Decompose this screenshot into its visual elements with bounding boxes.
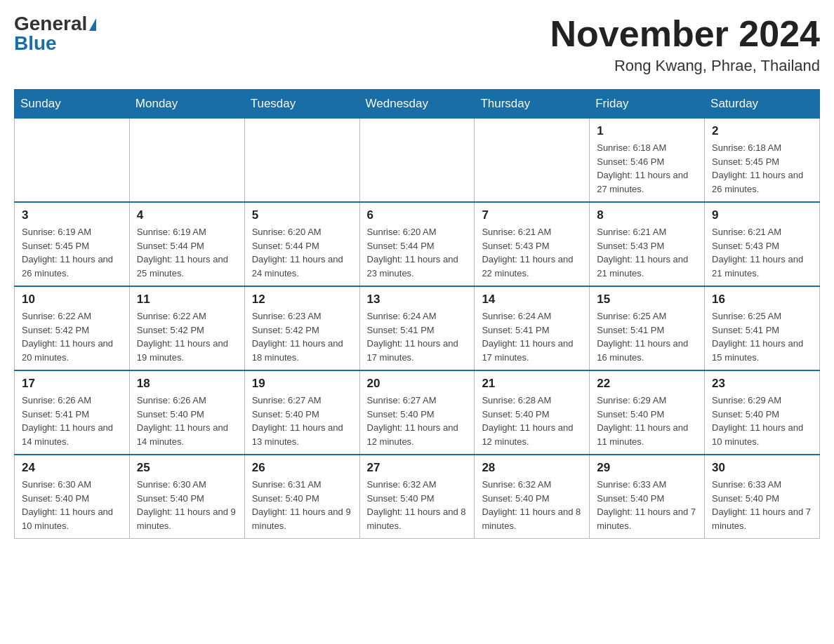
day-info: Sunrise: 6:27 AMSunset: 5:40 PMDaylight:… [252,394,352,448]
day-number: 3 [22,208,122,222]
day-number: 13 [367,293,468,307]
day-number: 8 [597,208,697,222]
calendar-cell: 20Sunrise: 6:27 AMSunset: 5:40 PMDayligh… [359,370,475,455]
calendar-cell: 21Sunrise: 6:28 AMSunset: 5:40 PMDayligh… [475,370,590,455]
calendar-cell: 9Sunrise: 6:21 AMSunset: 5:43 PMDaylight… [705,202,820,286]
location-title: Rong Kwang, Phrae, Thailand [550,57,820,75]
logo-general-text: General [14,14,87,34]
day-info: Sunrise: 6:32 AMSunset: 5:40 PMDaylight:… [367,478,468,532]
calendar-cell [475,119,590,203]
day-info: Sunrise: 6:28 AMSunset: 5:40 PMDaylight:… [482,394,582,448]
calendar-cell [359,119,475,203]
logo: General Blue [14,14,96,53]
day-info: Sunrise: 6:31 AMSunset: 5:40 PMDaylight:… [252,478,352,532]
calendar-cell: 1Sunrise: 6:18 AMSunset: 5:46 PMDaylight… [590,119,705,203]
day-number: 2 [712,124,812,138]
day-info: Sunrise: 6:18 AMSunset: 5:45 PMDaylight:… [712,141,812,196]
day-info: Sunrise: 6:30 AMSunset: 5:40 PMDaylight:… [22,478,122,532]
calendar-cell: 17Sunrise: 6:26 AMSunset: 5:41 PMDayligh… [15,370,130,455]
day-number: 9 [712,208,812,222]
day-info: Sunrise: 6:24 AMSunset: 5:41 PMDaylight:… [482,309,582,364]
day-number: 12 [252,293,352,307]
calendar-cell [15,119,130,203]
day-number: 22 [597,377,697,391]
day-info: Sunrise: 6:20 AMSunset: 5:44 PMDaylight:… [252,225,352,280]
col-header-thursday: Thursday [475,90,590,119]
day-info: Sunrise: 6:33 AMSunset: 5:40 PMDaylight:… [597,478,697,532]
day-number: 10 [22,293,122,307]
day-info: Sunrise: 6:27 AMSunset: 5:40 PMDaylight:… [367,394,468,448]
calendar-cell: 19Sunrise: 6:27 AMSunset: 5:40 PMDayligh… [244,370,359,455]
day-info: Sunrise: 6:21 AMSunset: 5:43 PMDaylight:… [482,225,582,280]
day-number: 26 [252,461,352,475]
calendar-cell: 15Sunrise: 6:25 AMSunset: 5:41 PMDayligh… [590,286,705,370]
day-number: 5 [252,208,352,222]
day-info: Sunrise: 6:32 AMSunset: 5:40 PMDaylight:… [482,478,582,532]
day-number: 11 [137,293,237,307]
calendar-cell: 23Sunrise: 6:29 AMSunset: 5:40 PMDayligh… [705,370,820,455]
day-info: Sunrise: 6:26 AMSunset: 5:41 PMDaylight:… [22,394,122,448]
calendar-cell: 11Sunrise: 6:22 AMSunset: 5:42 PMDayligh… [129,286,244,370]
day-number: 27 [367,461,468,475]
day-number: 1 [597,124,697,138]
day-number: 21 [482,377,582,391]
day-info: Sunrise: 6:25 AMSunset: 5:41 PMDaylight:… [597,309,697,364]
col-header-monday: Monday [129,90,244,119]
calendar-cell: 13Sunrise: 6:24 AMSunset: 5:41 PMDayligh… [359,286,475,370]
col-header-saturday: Saturday [705,90,820,119]
calendar-cell: 28Sunrise: 6:32 AMSunset: 5:40 PMDayligh… [475,455,590,539]
day-info: Sunrise: 6:19 AMSunset: 5:44 PMDaylight:… [137,225,237,280]
week-row-5: 24Sunrise: 6:30 AMSunset: 5:40 PMDayligh… [15,455,820,539]
calendar-table: SundayMondayTuesdayWednesdayThursdayFrid… [14,89,820,539]
day-info: Sunrise: 6:19 AMSunset: 5:45 PMDaylight:… [22,225,122,280]
day-number: 18 [137,377,237,391]
week-row-3: 10Sunrise: 6:22 AMSunset: 5:42 PMDayligh… [15,286,820,370]
calendar-cell: 26Sunrise: 6:31 AMSunset: 5:40 PMDayligh… [244,455,359,539]
day-info: Sunrise: 6:29 AMSunset: 5:40 PMDaylight:… [712,394,812,448]
day-info: Sunrise: 6:20 AMSunset: 5:44 PMDaylight:… [367,225,468,280]
col-header-tuesday: Tuesday [244,90,359,119]
day-number: 24 [22,461,122,475]
day-number: 16 [712,293,812,307]
calendar-cell: 7Sunrise: 6:21 AMSunset: 5:43 PMDaylight… [475,202,590,286]
logo-blue-text: Blue [14,34,57,53]
day-info: Sunrise: 6:25 AMSunset: 5:41 PMDaylight:… [712,309,812,364]
day-info: Sunrise: 6:29 AMSunset: 5:40 PMDaylight:… [597,394,697,448]
calendar-cell: 27Sunrise: 6:32 AMSunset: 5:40 PMDayligh… [359,455,475,539]
day-info: Sunrise: 6:21 AMSunset: 5:43 PMDaylight:… [597,225,697,280]
calendar-cell: 10Sunrise: 6:22 AMSunset: 5:42 PMDayligh… [15,286,130,370]
day-number: 30 [712,461,812,475]
day-info: Sunrise: 6:33 AMSunset: 5:40 PMDaylight:… [712,478,812,532]
day-info: Sunrise: 6:22 AMSunset: 5:42 PMDaylight:… [22,309,122,364]
day-number: 28 [482,461,582,475]
day-number: 7 [482,208,582,222]
calendar-cell: 3Sunrise: 6:19 AMSunset: 5:45 PMDaylight… [15,202,130,286]
day-number: 4 [137,208,237,222]
day-info: Sunrise: 6:23 AMSunset: 5:42 PMDaylight:… [252,309,352,364]
week-row-1: 1Sunrise: 6:18 AMSunset: 5:46 PMDaylight… [15,119,820,203]
day-number: 15 [597,293,697,307]
col-header-friday: Friday [590,90,705,119]
calendar-cell: 12Sunrise: 6:23 AMSunset: 5:42 PMDayligh… [244,286,359,370]
day-number: 25 [137,461,237,475]
calendar-cell: 8Sunrise: 6:21 AMSunset: 5:43 PMDaylight… [590,202,705,286]
calendar-cell: 6Sunrise: 6:20 AMSunset: 5:44 PMDaylight… [359,202,475,286]
calendar-cell: 24Sunrise: 6:30 AMSunset: 5:40 PMDayligh… [15,455,130,539]
calendar-cell: 4Sunrise: 6:19 AMSunset: 5:44 PMDaylight… [129,202,244,286]
calendar-cell [244,119,359,203]
title-block: November 2024 Rong Kwang, Phrae, Thailan… [550,14,820,75]
calendar-cell: 16Sunrise: 6:25 AMSunset: 5:41 PMDayligh… [705,286,820,370]
calendar-cell [129,119,244,203]
calendar-cell: 22Sunrise: 6:29 AMSunset: 5:40 PMDayligh… [590,370,705,455]
day-number: 23 [712,377,812,391]
day-number: 6 [367,208,468,222]
page-header: General Blue November 2024 Rong Kwang, P… [14,14,820,75]
calendar-cell: 30Sunrise: 6:33 AMSunset: 5:40 PMDayligh… [705,455,820,539]
day-number: 17 [22,377,122,391]
calendar-cell: 5Sunrise: 6:20 AMSunset: 5:44 PMDaylight… [244,202,359,286]
month-title: November 2024 [550,14,820,54]
day-info: Sunrise: 6:24 AMSunset: 5:41 PMDaylight:… [367,309,468,364]
calendar-cell: 14Sunrise: 6:24 AMSunset: 5:41 PMDayligh… [475,286,590,370]
calendar-cell: 25Sunrise: 6:30 AMSunset: 5:40 PMDayligh… [129,455,244,539]
day-number: 29 [597,461,697,475]
